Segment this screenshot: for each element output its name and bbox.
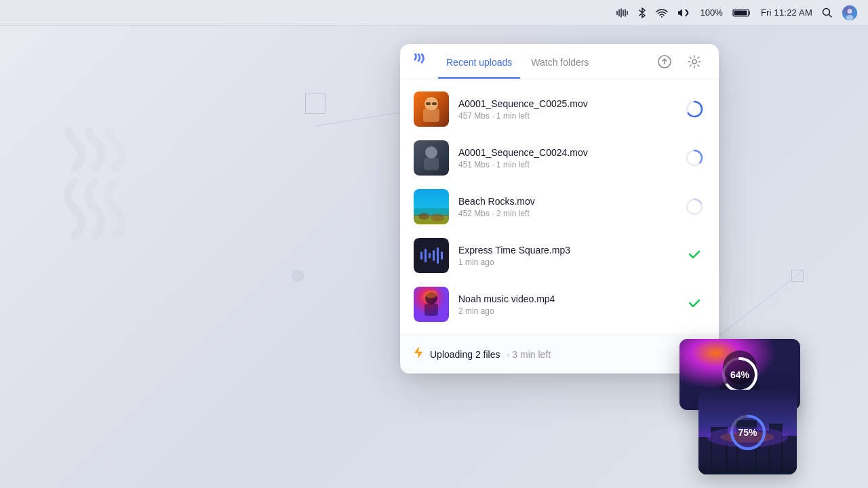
panel-actions [654, 51, 705, 73]
svg-line-7 [315, 113, 400, 126]
svg-point-10 [692, 60, 696, 64]
file-meta: 451 Mbs · 1 min left [458, 160, 674, 169]
menubar-search-icon[interactable] [822, 7, 833, 18]
file-meta: 457 Mbs · 1 min left [458, 111, 674, 121]
panel-header: Recent uploads Watch folders [400, 44, 719, 79]
file-item[interactable]: A0001_Sequence_C0025.mov 457 Mbs · 1 min… [400, 85, 719, 134]
svg-point-6 [846, 15, 854, 20]
svg-rect-14 [423, 108, 439, 122]
menubar: 100% Fri 11:22 AM [0, 0, 868, 26]
svg-rect-32 [414, 238, 449, 273]
svg-point-20 [425, 146, 437, 159]
svg-point-42 [425, 290, 437, 298]
dot-decoration [292, 270, 304, 282]
lightning-icon [414, 346, 423, 363]
menubar-time: Fri 11:22 AM [761, 7, 812, 18]
svg-rect-41 [425, 304, 438, 316]
svg-rect-33 [420, 251, 422, 260]
file-name: Beach Rocks.mov [458, 196, 674, 207]
svg-rect-16 [432, 102, 437, 105]
file-status-done [684, 293, 705, 315]
svg-rect-15 [426, 102, 431, 105]
file-list: A0001_Sequence_C0025.mov 457 Mbs · 1 min… [400, 79, 719, 334]
sound-waves-icon[interactable] [616, 8, 629, 18]
svg-point-29 [431, 214, 444, 222]
svg-point-0 [661, 16, 663, 18]
avatar[interactable] [842, 5, 857, 20]
upload-status-label: Uploading 2 files [430, 349, 500, 360]
app-logo-icon [414, 44, 430, 79]
svg-rect-25 [414, 189, 449, 208]
file-name: A0001_Sequence_C0024.mov [458, 147, 674, 158]
file-item[interactable]: Beach Rocks.mov 452 Mbs · 2 min left [400, 182, 719, 231]
file-name: A0001_Sequence_C0025.mov [458, 98, 674, 109]
checkmark-icon [687, 296, 702, 314]
file-meta: 1 min ago [458, 258, 674, 267]
svg-rect-49 [698, 437, 712, 474]
file-info: A0001_Sequence_C0025.mov 457 Mbs · 1 min… [458, 98, 674, 121]
file-thumbnail [414, 189, 449, 224]
progress-percent-2: 75% [738, 427, 757, 438]
upload-time-left: · 3 min left [507, 349, 551, 360]
file-info: Beach Rocks.mov 452 Mbs · 2 min left [458, 196, 674, 218]
file-meta: 452 Mbs · 2 min left [458, 209, 674, 218]
file-status [684, 147, 705, 169]
progress-card-2: 75% [698, 390, 797, 474]
file-info: A0001_Sequence_C0024.mov 451 Mbs · 1 min… [458, 147, 674, 169]
menubar-right: 100% Fri 11:22 AM [616, 5, 857, 20]
rect-decoration-tl [305, 94, 326, 114]
tab-recent-uploads[interactable]: Recent uploads [438, 46, 520, 79]
popup-panel: Recent uploads Watch folders [400, 44, 719, 373]
settings-button[interactable] [684, 51, 705, 73]
file-status [684, 98, 705, 120]
progress-overlay-2: 75% [698, 390, 797, 474]
file-item[interactable]: A0001_Sequence_C0024.mov 451 Mbs · 1 min… [400, 134, 719, 182]
file-thumbnail [414, 238, 449, 273]
progress-ring-2: 75% [728, 412, 768, 453]
file-info: Noah music video.mp4 2 min ago [458, 293, 674, 316]
bluetooth-icon[interactable] [638, 7, 646, 18]
svg-rect-37 [437, 247, 439, 264]
progress-percent-1: 64% [730, 369, 749, 380]
svg-rect-36 [433, 250, 435, 261]
file-thumbnail [414, 92, 449, 127]
tab-watch-folders[interactable]: Watch folders [523, 46, 597, 79]
svg-point-28 [418, 213, 429, 220]
file-meta: 2 min ago [458, 306, 674, 316]
file-info: Express Time Square.mp3 1 min ago [458, 245, 674, 267]
progress-ring-1: 64% [719, 354, 760, 395]
file-name: Noah music video.mp4 [458, 293, 674, 304]
file-name: Express Time Square.mp3 [458, 245, 674, 256]
panel-footer: Uploading 2 files · 3 min left [400, 334, 719, 373]
svg-rect-2 [734, 10, 747, 15]
volume-icon[interactable] [677, 8, 691, 18]
battery-percent-label: 100% [701, 7, 723, 18]
svg-rect-21 [424, 158, 439, 170]
battery-icon [732, 8, 751, 18]
svg-rect-34 [425, 249, 427, 262]
file-item[interactable]: Express Time Square.mp3 1 min ago [400, 231, 719, 280]
svg-rect-35 [429, 253, 431, 258]
file-status-done [684, 245, 705, 266]
upload-button[interactable] [654, 51, 675, 73]
wavy-lines-decoration [54, 127, 190, 331]
rect-decoration-br [791, 270, 804, 282]
file-thumbnail [414, 287, 449, 322]
wifi-icon[interactable] [656, 8, 668, 18]
checkmark-icon [687, 247, 702, 265]
file-item[interactable]: Noah music video.mp4 2 min ago [400, 280, 719, 329]
svg-point-5 [848, 9, 852, 14]
file-thumbnail [414, 140, 449, 176]
svg-rect-38 [441, 251, 443, 260]
file-status [684, 196, 705, 218]
